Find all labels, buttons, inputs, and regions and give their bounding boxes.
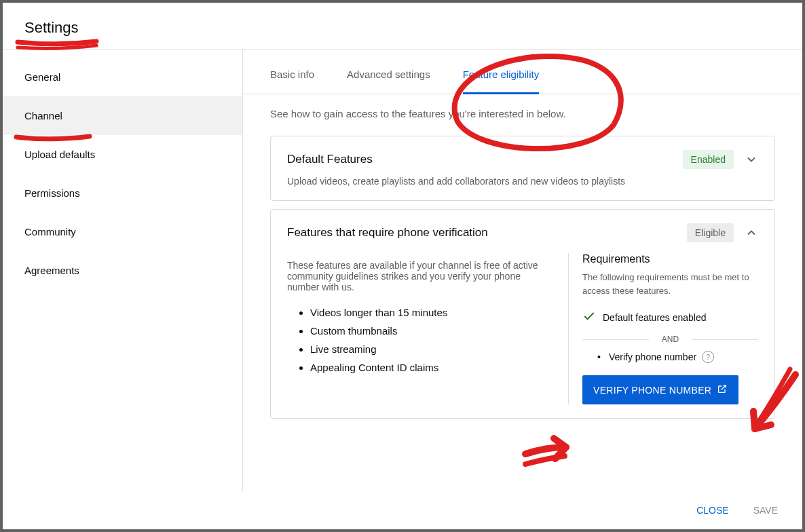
page-title: Settings [24,19,781,37]
requirement-met: Default features enabled [582,307,758,328]
sidebar-item-label: Community [24,226,76,238]
tabs: Basic info Advanced settings Feature eli… [243,50,802,94]
open-in-new-icon [717,383,728,396]
sidebar: General Channel Upload defaults Permissi… [3,50,243,491]
button-label: VERIFY PHONE NUMBER [593,385,711,396]
close-button[interactable]: CLOSE [694,501,731,520]
and-divider: AND [582,335,758,344]
dialog-header: Settings [3,3,802,50]
main-panel: Basic info Advanced settings Feature eli… [243,50,802,491]
card-header[interactable]: Features that require phone verification… [287,223,758,242]
card-left: These features are available if your cha… [287,253,568,404]
sidebar-item-general[interactable]: General [3,58,242,96]
feature-item: Appealing Content ID claims [310,358,555,377]
card-title: Default Features [287,153,672,166]
sidebar-item-community[interactable]: Community [3,212,242,251]
feature-item: Videos longer than 15 minutes [310,303,555,322]
sidebar-item-channel[interactable]: Channel [3,96,242,135]
feature-item: Custom thumbnails [310,322,555,340]
settings-dialog: Settings General Channel Upload defaults… [3,3,802,529]
requirements-panel: Requirements The following requirements … [568,253,758,404]
tab-feature-eligibility[interactable]: Feature eligibility [463,69,540,94]
requirement-pending: Verify phone number ? [582,351,758,363]
save-button[interactable]: SAVE [751,501,781,520]
dialog-footer: CLOSE SAVE [3,491,802,529]
requirement-text: Default features enabled [603,312,707,323]
sidebar-item-label: Permissions [24,187,80,199]
sidebar-item-label: Agreements [24,265,79,276]
tab-basic-info[interactable]: Basic info [270,69,314,94]
sidebar-item-label: Upload defaults [24,149,95,160]
card-title: Features that require phone verification [287,226,676,240]
chevron-down-icon[interactable] [745,153,758,166]
sidebar-item-agreements[interactable]: Agreements [3,251,242,290]
sidebar-item-label: Channel [24,110,62,121]
check-icon [582,309,596,325]
sidebar-item-label: General [24,71,60,83]
help-icon[interactable]: ? [702,351,714,363]
tab-advanced-settings[interactable]: Advanced settings [347,69,430,94]
intro-text: See how to gain access to the features y… [243,94,802,128]
svg-line-0 [722,385,726,390]
verify-phone-number-button[interactable]: VERIFY PHONE NUMBER [582,375,738,404]
feature-item: Live streaming [310,340,555,358]
status-badge-enabled: Enabled [683,150,734,169]
requirements-description: The following requirements must be met t… [582,271,758,297]
card-body: These features are available if your cha… [287,253,758,404]
phone-verification-card: Features that require phone verification… [270,209,775,419]
chevron-up-icon[interactable] [745,226,758,240]
features-list: Videos longer than 15 minutes Custom thu… [287,303,555,377]
tab-label: Basic info [270,69,314,80]
tab-label: Feature eligibility [463,69,540,80]
sidebar-item-upload-defaults[interactable]: Upload defaults [3,135,242,174]
sidebar-item-permissions[interactable]: Permissions [3,174,242,212]
requirements-list: Default features enabled AND Verify phon… [582,307,758,363]
card-header[interactable]: Default Features Enabled [287,150,758,169]
requirement-text: Verify phone number [609,352,696,362]
tab-label: Advanced settings [347,69,430,80]
requirements-title: Requirements [582,253,758,265]
card-description: Upload videos, create playlists and add … [287,176,758,187]
status-badge-eligible: Eligible [687,223,734,242]
default-features-card: Default Features Enabled Upload videos, … [270,136,775,201]
dialog-body: General Channel Upload defaults Permissi… [3,50,802,491]
card-description: These features are available if your cha… [287,260,555,292]
